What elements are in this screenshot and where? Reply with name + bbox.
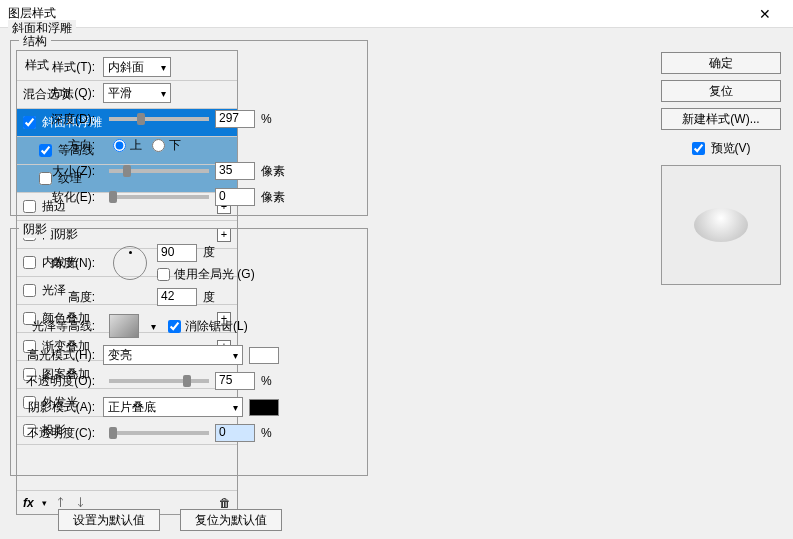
angle-unit: 度 (203, 244, 215, 261)
global-light-label: 使用全局光 (G) (174, 266, 255, 283)
shadow-opacity-field[interactable]: 0 (215, 424, 255, 442)
structure-title: 结构 (19, 33, 51, 50)
style-label: 样式(T): (19, 59, 103, 76)
shading-title: 阴影 (19, 221, 51, 238)
gloss-contour-picker[interactable] (109, 314, 139, 338)
depth-unit: % (261, 112, 272, 126)
shadow-opacity-unit: % (261, 426, 272, 440)
shadow-mode-dropdown[interactable]: 正片叠底▾ (103, 397, 243, 417)
highlight-color-swatch[interactable] (249, 347, 279, 364)
soften-slider[interactable] (109, 195, 209, 199)
right-column: 确定 复位 新建样式(W)... 预览(V) (661, 52, 781, 285)
direction-label: 方向: (19, 137, 103, 154)
technique-label: 方法(Q): (19, 85, 103, 102)
reset-button[interactable]: 复位 (661, 80, 781, 102)
trash-icon[interactable]: 🗑 (219, 496, 231, 510)
antialias-label: 消除锯齿(L) (185, 318, 248, 335)
ok-button[interactable]: 确定 (661, 52, 781, 74)
direction-up-radio[interactable] (113, 139, 126, 152)
highlight-opacity-slider[interactable] (109, 379, 209, 383)
direction-down-radio[interactable] (152, 139, 165, 152)
global-light-checkbox[interactable] (157, 268, 170, 281)
preview-orb (694, 208, 748, 242)
chevron-down-icon[interactable]: ▾ (151, 321, 156, 332)
size-field[interactable]: 35 (215, 162, 255, 180)
altitude-label: 高度: (19, 289, 103, 306)
angle-label: 角度(N): (19, 255, 103, 272)
size-unit: 像素 (261, 163, 285, 180)
altitude-unit: 度 (203, 289, 215, 306)
size-slider[interactable] (109, 169, 209, 173)
highlight-mode-label: 高光模式(H): (19, 347, 103, 364)
soften-unit: 像素 (261, 189, 285, 206)
gloss-contour-label: 光泽等高线: (19, 318, 103, 335)
chevron-down-icon: ▾ (233, 402, 238, 413)
depth-field[interactable]: 297 (215, 110, 255, 128)
chevron-down-icon: ▾ (233, 350, 238, 361)
soften-field[interactable]: 0 (215, 188, 255, 206)
soften-label: 软化(E): (19, 189, 103, 206)
preview-checkbox[interactable] (692, 142, 705, 155)
size-label: 大小(Z): (19, 163, 103, 180)
shadow-mode-label: 阴影模式(A): (19, 399, 103, 416)
preview-box (661, 165, 781, 285)
fx-menu-icon[interactable]: fx (23, 496, 34, 510)
highlight-opacity-unit: % (261, 374, 272, 388)
direction-up-label: 上 (130, 137, 142, 154)
chevron-down-icon: ▾ (161, 88, 166, 99)
move-up-icon[interactable]: 🡑 (55, 496, 67, 510)
structure-group: 结构 样式(T):内斜面▾ 方法(Q):平滑▾ 深度(D):297% 方向:上下… (10, 40, 368, 216)
window-title: 图层样式 (8, 5, 745, 22)
shadow-opacity-slider[interactable] (109, 431, 209, 435)
depth-slider[interactable] (109, 117, 209, 121)
technique-dropdown[interactable]: 平滑▾ (103, 83, 171, 103)
highlight-opacity-label: 不透明度(O): (19, 373, 103, 390)
reset-default-button[interactable]: 复位为默认值 (180, 509, 282, 531)
angle-widget[interactable] (113, 246, 147, 280)
antialias-checkbox[interactable] (168, 320, 181, 333)
highlight-mode-dropdown[interactable]: 变亮▾ (103, 345, 243, 365)
shading-group: 阴影 角度(N): 90度 使用全局光 (G) 高度:42度 光泽等高线:▾消除… (10, 228, 368, 476)
shadow-opacity-label: 不透明度(C): (19, 425, 103, 442)
depth-label: 深度(D): (19, 111, 103, 128)
move-down-icon[interactable]: 🡓 (75, 496, 87, 510)
highlight-opacity-field[interactable]: 75 (215, 372, 255, 390)
make-default-button[interactable]: 设置为默认值 (58, 509, 160, 531)
direction-down-label: 下 (169, 137, 181, 154)
chevron-down-icon: ▾ (161, 62, 166, 73)
altitude-field[interactable]: 42 (157, 288, 197, 306)
close-icon[interactable]: ✕ (745, 6, 785, 22)
shadow-color-swatch[interactable] (249, 399, 279, 416)
new-style-button[interactable]: 新建样式(W)... (661, 108, 781, 130)
style-dropdown[interactable]: 内斜面▾ (103, 57, 171, 77)
preview-label: 预览(V) (711, 140, 751, 157)
bevel-settings: 斜面和浮雕 结构 样式(T):内斜面▾ 方法(Q):平滑▾ 深度(D):297%… (0, 28, 370, 520)
angle-field[interactable]: 90 (157, 244, 197, 262)
